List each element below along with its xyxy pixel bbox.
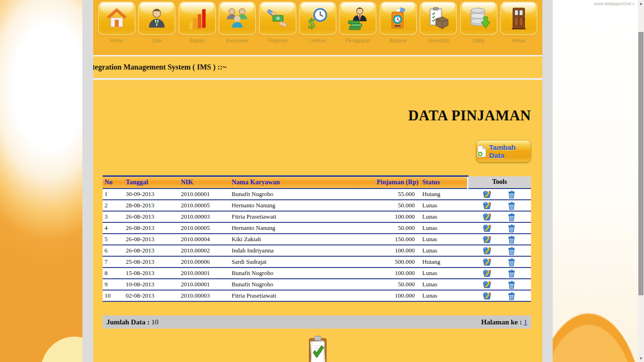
nav-item-bagian[interactable]: Bagian: [178, 1, 216, 43]
table-row: 4 26-08-2013 2010.00005 Hernanto Nanung …: [103, 222, 531, 234]
edit-button[interactable]: [482, 201, 492, 210]
table-row: 1 30-09-2013 2010.00001 Bunafit Nugroho …: [103, 189, 531, 200]
trash-icon: [507, 189, 516, 199]
edit-button[interactable]: [482, 257, 492, 267]
cell-pinjaman: 50.000: [371, 222, 420, 234]
nav-label: Karyawan: [218, 38, 256, 43]
delete-button[interactable]: [507, 223, 516, 233]
delete-button[interactable]: [507, 291, 516, 300]
nav-item-home[interactable]: Home: [98, 1, 136, 43]
user-icon: [145, 7, 169, 30]
edit-button[interactable]: [482, 246, 492, 255]
column-header-tanggal: Tanggal: [124, 176, 179, 189]
cell-no: 4: [103, 222, 124, 234]
title-bar: tegration Management System ( IMS ) ::~: [93, 56, 542, 78]
bar-chart-icon: [185, 7, 209, 30]
cell-status: Lunas: [420, 290, 467, 301]
column-header-nik: NIK: [179, 176, 230, 189]
cell-pinjaman: 150.000: [371, 234, 420, 245]
delete-button[interactable]: [507, 212, 516, 221]
page-number-link[interactable]: 1: [524, 318, 528, 326]
cell-nama: Sardi Sudrajat: [230, 256, 371, 268]
delete-button[interactable]: [507, 189, 516, 199]
column-header-no: No: [103, 176, 124, 189]
cell-status: Lunas: [420, 222, 467, 234]
edit-icon: [482, 280, 492, 289]
nav-item-inventaris[interactable]: Inventaris: [419, 1, 457, 43]
jumlah-data-value: 10: [151, 318, 158, 326]
trash-icon: [507, 235, 516, 244]
cell-nik: 2010.00001: [179, 189, 230, 200]
delete-button[interactable]: [507, 268, 516, 278]
edit-button[interactable]: [482, 235, 492, 244]
table-row: 8 15-08-2013 2010.00001 Bunafit Nugroho …: [103, 268, 531, 279]
cell-status: Lunas: [420, 279, 467, 290]
cell-no: 9: [103, 279, 124, 290]
cell-nik: 2010.00001: [179, 279, 230, 290]
cell-nama: Hernanto Nanung: [230, 200, 371, 211]
delete-button[interactable]: [507, 201, 516, 210]
edit-icon: [482, 201, 492, 210]
delete-button[interactable]: [507, 280, 516, 289]
scroll-down-icon[interactable]: ▼: [638, 355, 644, 362]
cell-pinjaman: 50.000: [371, 200, 420, 211]
table-row: 5 26-08-2013 2010.00004 Kiki Zakiah 150.…: [103, 234, 531, 245]
top-navbar: Home User Bagian Karyawan Pinjaman: [93, 0, 542, 55]
table-row: 3 26-08-2013 2010.00003 Fitria Prasetiaw…: [103, 211, 531, 222]
money-hand-icon: [266, 7, 290, 30]
edit-button[interactable]: [482, 212, 492, 221]
nav-item-absensi[interactable]: Absensi: [379, 1, 417, 43]
scroll-up-icon[interactable]: ▲: [638, 0, 644, 7]
cell-nik: 2010.00003: [179, 211, 230, 222]
tambah-data-label: Tambah Data: [489, 143, 531, 159]
column-header-status: Status: [420, 176, 467, 189]
tambah-data-button[interactable]: Tambah Data: [476, 140, 531, 162]
desktop-wallpaper-right: [553, 0, 638, 362]
cell-nik: 2010.00004: [179, 234, 230, 245]
people-group-icon: [225, 7, 249, 30]
cell-status: Lunas: [420, 211, 467, 222]
cell-status: Hutang: [420, 189, 467, 200]
cell-status: Hutang: [420, 256, 467, 268]
nav-label: Utility: [460, 38, 498, 43]
nav-item-keluar[interactable]: Keluar: [500, 1, 538, 43]
cell-no: 1: [103, 189, 124, 200]
nav-label: Pinjaman: [259, 38, 297, 43]
delete-button[interactable]: [507, 235, 516, 244]
trash-icon: [507, 212, 516, 221]
cell-pinjaman: 100.000: [371, 245, 420, 256]
edit-button[interactable]: [482, 189, 492, 199]
cell-pinjaman: 100.000: [371, 268, 420, 279]
cell-tanggal: 26-08-2013: [124, 245, 179, 256]
cell-status: Lunas: [420, 268, 467, 279]
jumlah-data-label: Jumlah Data :: [106, 318, 150, 326]
nav-item-pinjaman[interactable]: Pinjaman: [259, 1, 297, 43]
nav-item-lembur[interactable]: Lembur: [299, 1, 337, 43]
cell-no: 10: [103, 290, 124, 301]
edit-button[interactable]: [482, 280, 492, 289]
delete-button[interactable]: [507, 257, 516, 267]
nav-label: Lembur: [299, 38, 337, 43]
nav-item-penggajian[interactable]: Penggajian: [339, 1, 377, 43]
cell-tanggal: 26-08-2013: [124, 234, 179, 245]
table-row: 10 02-08-2013 2010.00003 Fitria Prasetia…: [103, 290, 531, 301]
add-document-icon: [476, 145, 487, 158]
trash-icon: [507, 201, 516, 210]
nav-item-user[interactable]: User: [138, 1, 176, 43]
nav-item-karyawan[interactable]: Karyawan: [218, 1, 256, 43]
nav-label: Absensi: [379, 38, 417, 43]
nav-item-utility[interactable]: Utility: [460, 1, 498, 43]
browser-scrollbar[interactable]: ▲ ▼: [638, 0, 644, 362]
table-header-row: No Tanggal NIK Nama Karyawan Pinjaman (R…: [103, 176, 531, 189]
edit-button[interactable]: [482, 223, 492, 233]
edit-button[interactable]: [482, 268, 492, 278]
halaman-ke-label: Halaman ke :: [481, 318, 522, 326]
cell-tanggal: 26-08-2013: [124, 222, 179, 234]
punch-clock-icon: [386, 7, 410, 30]
cell-nama: Kiki Zakiah: [230, 234, 371, 245]
delete-button[interactable]: [507, 246, 516, 255]
cell-nama: Fitria Prasetiawati: [230, 211, 371, 222]
edit-button[interactable]: [482, 291, 492, 300]
clipboard-check-icon: [306, 335, 329, 362]
scrollbar-thumb[interactable]: [638, 32, 644, 295]
